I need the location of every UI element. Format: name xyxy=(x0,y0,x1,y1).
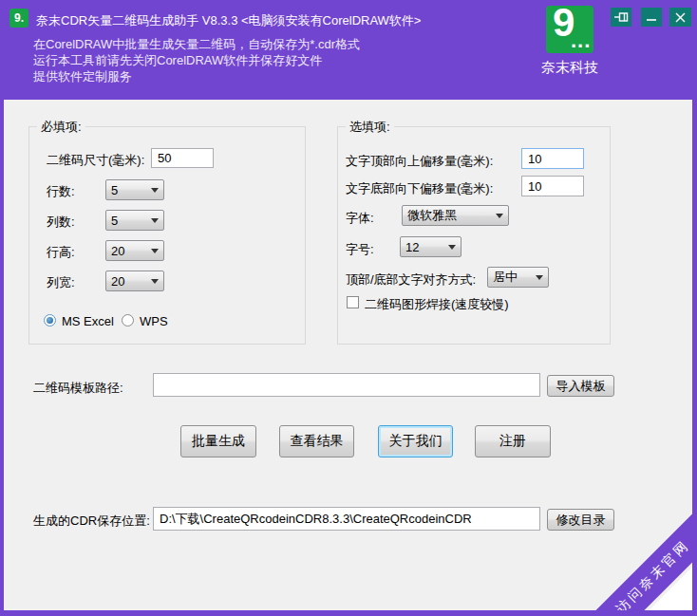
register-button[interactable]: 注册 xyxy=(475,425,551,457)
radio-ms-excel[interactable] xyxy=(44,314,56,327)
row-height-dropdown[interactable]: 20 xyxy=(105,240,164,261)
import-template-button[interactable]: 导入模板 xyxy=(547,375,614,397)
minimize-button[interactable] xyxy=(641,8,662,27)
description-line: 运行本工具前请先关闭CorelDRAW软件并保存好文件 xyxy=(33,52,360,68)
col-count-dropdown[interactable]: 5 xyxy=(105,210,164,231)
row-count-dropdown[interactable]: 5 xyxy=(105,179,164,200)
brand-logo: 9 ... xyxy=(546,6,593,53)
font-dropdown[interactable]: 微软雅黑 xyxy=(402,205,509,226)
chevron-down-icon xyxy=(151,249,159,253)
text-align-label: 顶部/底部文字对齐方式: xyxy=(346,271,476,289)
qr-size-input[interactable] xyxy=(151,148,214,168)
description-line: 提供软件定制服务 xyxy=(33,68,360,84)
close-button[interactable] xyxy=(669,8,691,27)
batch-generate-button[interactable]: 批量生成 xyxy=(180,425,256,457)
col-count-value: 5 xyxy=(111,214,118,228)
group-title-optional: 选填项: xyxy=(346,119,394,136)
col-count-label: 列数: xyxy=(47,214,75,231)
radio-wps[interactable] xyxy=(122,314,134,327)
chevron-down-icon xyxy=(151,279,159,284)
chevron-down-icon xyxy=(448,245,456,250)
chevron-down-icon xyxy=(536,275,543,280)
font-label: 字体: xyxy=(346,210,374,227)
top-offset-label: 文字顶部向上偏移量(毫米): xyxy=(346,153,493,170)
bottom-offset-input[interactable] xyxy=(521,176,584,196)
chevron-down-icon xyxy=(496,214,503,218)
col-width-value: 20 xyxy=(111,274,124,289)
pin-icon xyxy=(614,11,629,23)
font-size-label: 字号: xyxy=(346,241,374,258)
template-path-label: 二维码模板路径: xyxy=(33,380,123,397)
app-icon: 9. xyxy=(9,9,28,28)
font-size-dropdown[interactable]: 12 xyxy=(400,236,462,257)
save-location-label: 生成的CDR保存位置: xyxy=(33,513,150,530)
row-count-label: 行数: xyxy=(47,183,75,200)
radio-wps-label: WPS xyxy=(140,314,168,328)
close-icon xyxy=(674,11,687,24)
brand-name: 奈末科技 xyxy=(536,59,604,77)
header: 9. 奈末CDR矢量二维码生成助手 V8.3.3 <电脑须安装有CorelDRA… xyxy=(0,0,697,100)
window-title: 奈末CDR矢量二维码生成助手 V8.3.3 <电脑须安装有CorelDRAW软件… xyxy=(36,12,421,29)
optional-options-group: 选填项: 文字顶部向上偏移量(毫米): 文字底部向下偏移量(毫米): 字体: 微… xyxy=(337,126,611,345)
col-width-label: 列宽: xyxy=(47,274,75,291)
row-count-value: 5 xyxy=(111,183,118,197)
col-width-dropdown[interactable]: 20 xyxy=(105,271,164,291)
top-offset-input[interactable] xyxy=(521,148,584,169)
change-directory-button[interactable]: 修改目录 xyxy=(547,509,614,531)
text-align-value: 居中 xyxy=(493,269,518,286)
template-path-input[interactable] xyxy=(153,373,540,397)
minimize-icon xyxy=(646,11,657,23)
qr-size-label: 二维码尺寸(毫米): xyxy=(47,152,144,169)
row-height-value: 20 xyxy=(111,244,124,258)
window-border-right xyxy=(692,0,697,616)
window-border-left xyxy=(0,0,4,616)
bottom-offset-label: 文字底部向下偏移量(毫米): xyxy=(346,180,493,197)
required-options-group: 必填项: 二维码尺寸(毫米): 行数: 5 列数: 5 行高: 20 列宽: 2… xyxy=(28,126,306,345)
font-value: 微软雅黑 xyxy=(407,207,457,224)
logo-dots: ... xyxy=(571,28,591,53)
save-location-input[interactable] xyxy=(153,507,540,531)
font-size-value: 12 xyxy=(405,240,419,254)
about-us-button[interactable]: 关于我们 xyxy=(378,425,453,457)
weld-checkbox-label: 二维码图形焊接(速度较慢) xyxy=(365,296,509,313)
radio-ms-excel-label: MS Excel xyxy=(62,314,114,328)
chevron-down-icon xyxy=(151,218,159,223)
chevron-down-icon xyxy=(151,188,159,193)
row-height-label: 行高: xyxy=(47,244,75,261)
weld-checkbox[interactable] xyxy=(347,296,359,308)
text-align-dropdown[interactable]: 居中 xyxy=(487,267,549,288)
view-results-button[interactable]: 查看结果 xyxy=(279,425,354,457)
app-window: 9. 奈末CDR矢量二维码生成助手 V8.3.3 <电脑须安装有CorelDRA… xyxy=(0,0,697,616)
window-border-bottom xyxy=(0,610,697,616)
group-title-required: 必填项: xyxy=(37,119,85,136)
description-line: 在CorelDRAW中批量生成矢量二维码，自动保存为*.cdr格式 xyxy=(33,36,360,52)
pin-button[interactable] xyxy=(611,8,631,27)
header-description: 在CorelDRAW中批量生成矢量二维码，自动保存为*.cdr格式 运行本工具前… xyxy=(33,36,360,84)
